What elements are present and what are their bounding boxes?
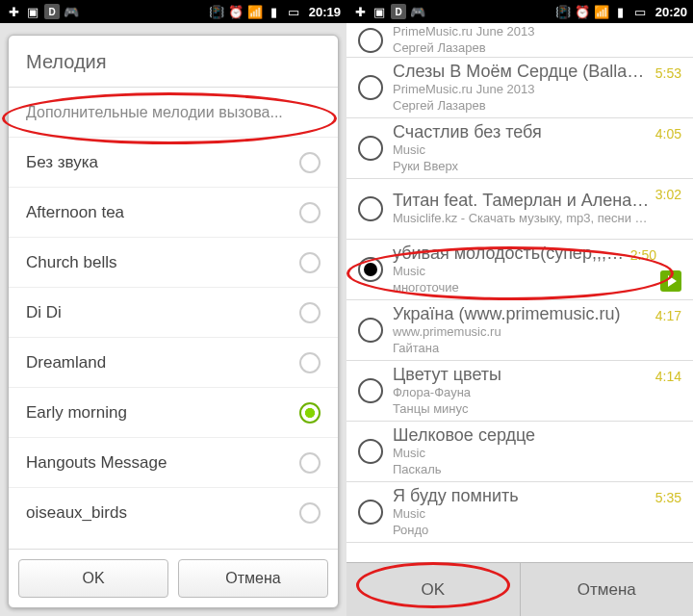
battery-icon: ▭ [286, 4, 301, 19]
ringtone-option[interactable]: oiseaux_birds [9, 488, 338, 538]
ringtone-label: oiseaux_birds [26, 503, 127, 523]
alarm-icon: ⏰ [228, 4, 244, 19]
radio-icon [358, 28, 383, 53]
ringtone-label: Early morning [26, 403, 127, 423]
track-album: Musiclife.kz - Скачать музыку, mp3, песн… [393, 211, 650, 226]
radio-icon [299, 502, 321, 524]
list-item[interactable]: PrimeMusic.ru June 2013 Сергей Лазарев [346, 23, 693, 58]
radio-icon [358, 196, 383, 221]
status-bar: ✚ ▣ D 🎮 📳 ⏰ 📶 ▮ ▭ 20:19 [0, 0, 346, 23]
track-artist: Руки Вверх [393, 159, 650, 174]
picture-icon: ▣ [25, 4, 40, 19]
track-text: убивая молодость(супер,,,,,,!!Musicмного… [393, 244, 625, 295]
track-artist: Паскаль [393, 462, 676, 477]
app-d-icon: D [391, 4, 406, 19]
track-title: Слезы В Моём Сердце (Ballad Ver [393, 62, 650, 82]
picture-icon: ▣ [372, 4, 387, 19]
music-list[interactable]: PrimeMusic.ru June 2013 Сергей Лазарев С… [346, 23, 693, 562]
dialog-title: Мелодия [9, 36, 338, 88]
radio-selected-icon [358, 257, 383, 282]
track-artist: Сергей Лазарев [393, 40, 681, 56]
list-item[interactable]: Шелковое сердцеMusicПаскаль [346, 422, 693, 482]
radio-icon [299, 352, 321, 373]
track-title: Цветут цветы [393, 365, 650, 385]
ringtone-list[interactable]: Дополнительные мелодии вызова... Без зву… [9, 88, 338, 549]
signal-icon: ▮ [613, 4, 629, 19]
track-duration: 2:50 [630, 247, 656, 263]
ringtone-option[interactable]: Church bells [9, 238, 338, 288]
ringtone-option[interactable]: Early morning [9, 388, 338, 438]
radio-icon [299, 302, 321, 323]
track-text: Я буду помнитьMusicРондо [393, 486, 650, 538]
track-text: Цветут цветыФлора-ФаунаТанцы минус [393, 365, 650, 417]
radio-selected-icon [299, 402, 321, 424]
track-album: PrimeMusic.ru June 2013 [393, 24, 681, 39]
ringtone-option[interactable]: Без звука [9, 138, 338, 188]
ok-button[interactable]: OK [346, 563, 521, 616]
status-bar: ✚ ▣ D 🎮 📳 ⏰ 📶 ▮ ▭ 20:20 [346, 0, 693, 23]
track-artist: Сергей Лазарев [393, 98, 650, 114]
more-ringtones-link[interactable]: Дополнительные мелодии вызова... [9, 88, 338, 138]
list-item[interactable]: Счастлив без тебяMusicРуки Вверх4:05 [346, 118, 693, 179]
track-artist: Гайтана [393, 341, 650, 356]
track-album: Music [393, 142, 650, 158]
ringtone-option[interactable]: Afternoon tea [9, 188, 338, 238]
ok-button[interactable]: OK [18, 559, 168, 598]
ringtone-label: Hangouts Message [26, 453, 167, 473]
track-album: Music [393, 264, 625, 279]
vibrate-icon: 📳 [555, 4, 571, 19]
track-duration: 3:02 [655, 187, 681, 202]
app-d-icon: D [44, 4, 60, 19]
cancel-button[interactable]: Отмена [178, 559, 328, 598]
list-item[interactable]: Слезы В Моём Сердце (Ballad VerPrimeMusi… [346, 58, 693, 118]
list-item[interactable]: Я буду помнитьMusicРондо5:35 [346, 482, 693, 543]
plus-icon: ✚ [6, 4, 21, 19]
ringtone-option[interactable]: Hangouts Message [9, 438, 338, 488]
radio-icon [299, 452, 321, 474]
radio-icon [358, 378, 383, 403]
dialog-buttons: OK Отмена [9, 549, 338, 607]
radio-icon [358, 439, 383, 464]
screenshot-right: ✚ ▣ D 🎮 📳 ⏰ 📶 ▮ ▭ 20:20 PrimeMusic.ru Ju… [346, 0, 693, 616]
track-duration: 5:35 [655, 490, 681, 505]
wifi-icon: 📶 [594, 4, 609, 19]
battery-icon: ▭ [632, 4, 648, 19]
track-text: PrimeMusic.ru June 2013 Сергей Лазарев [393, 24, 681, 56]
plus-icon: ✚ [352, 4, 368, 19]
track-title: Україна (www.primemusic.ru) [393, 304, 650, 324]
bottom-bar: OK Отмена [346, 562, 693, 616]
track-text: Титан feat. Тамерлан и Алена ОмMusiclife… [393, 191, 650, 226]
signal-icon: ▮ [267, 4, 282, 19]
vibrate-icon: 📳 [209, 4, 224, 19]
wifi-icon: 📶 [247, 4, 263, 19]
gamepad-icon: 🎮 [410, 4, 425, 19]
track-text: Слезы В Моём Сердце (Ballad VerPrimeMusi… [393, 62, 650, 114]
radio-icon [299, 152, 321, 173]
ringtone-option[interactable]: Dreamland [9, 338, 338, 388]
track-text: Счастлив без тебяMusicРуки Вверх [393, 122, 650, 174]
radio-icon [299, 252, 321, 273]
ringtone-label: Без звука [26, 153, 98, 172]
track-album: PrimeMusic.ru June 2013 [393, 82, 650, 97]
track-artist: Танцы минус [393, 401, 650, 417]
screenshot-left: ✚ ▣ D 🎮 📳 ⏰ 📶 ▮ ▭ 20:19 Мелодия Дополнит… [0, 0, 346, 616]
ringtone-label: Church bells [26, 253, 117, 272]
track-album: Music [393, 446, 676, 461]
alarm-icon: ⏰ [575, 4, 590, 19]
track-album: Music [393, 506, 650, 522]
clock: 20:20 [655, 5, 687, 19]
track-title: Я буду помнить [393, 486, 650, 506]
ringtone-label: Dreamland [26, 353, 106, 372]
list-item[interactable]: убивая молодость(супер,,,,,,!!Musicмного… [346, 240, 693, 300]
track-text: Шелковое сердцеMusicПаскаль [393, 425, 676, 477]
more-ringtones-label: Дополнительные мелодии вызова... [26, 104, 283, 121]
ringtone-option[interactable]: Di Di [9, 288, 338, 338]
radio-icon [358, 75, 383, 100]
clock: 20:19 [309, 5, 341, 19]
list-item[interactable]: Україна (www.primemusic.ru)www.primemusi… [346, 300, 693, 361]
list-item[interactable]: Титан feat. Тамерлан и Алена ОмMusiclife… [346, 179, 693, 240]
list-item[interactable]: Цветут цветыФлора-ФаунаТанцы минус4:14 [346, 361, 693, 422]
play-icon[interactable] [660, 270, 681, 292]
track-album: Флора-Фауна [393, 385, 650, 400]
cancel-button[interactable]: Отмена [521, 563, 694, 616]
